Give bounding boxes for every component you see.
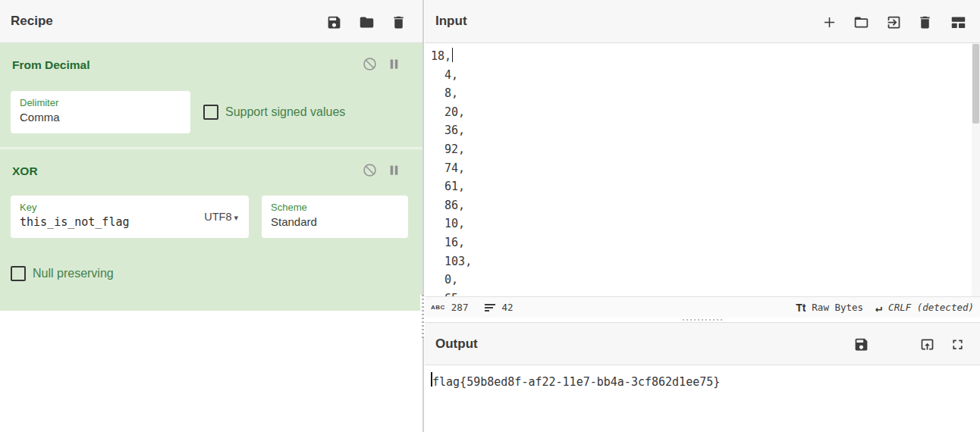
input-status-bar: ABC 287 42 Tt Raw Bytes ↵ CRLF (detected… bbox=[425, 296, 980, 318]
input-caret bbox=[452, 48, 454, 62]
xor-scheme-select[interactable]: Scheme Standard bbox=[262, 196, 408, 238]
replace-input-button[interactable] bbox=[912, 329, 942, 359]
open-input-button[interactable] bbox=[878, 7, 909, 37]
input-textarea[interactable]: 18, 4, 8, 20, 36, 92, 74, 61, 86, 10, 16… bbox=[425, 43, 972, 296]
pause-icon bbox=[386, 56, 402, 72]
input-scrollbar[interactable] bbox=[972, 43, 980, 296]
line-count-value: 42 bbox=[501, 302, 513, 313]
disable-operation-button[interactable] bbox=[360, 161, 378, 179]
checkbox-label: Support signed values bbox=[225, 105, 345, 119]
tab-layout-icon bbox=[950, 14, 966, 30]
delimiter-select[interactable]: Delimiter Comma bbox=[11, 91, 190, 133]
chevron-down-icon: ▾ bbox=[234, 213, 238, 222]
arg-value: Comma bbox=[20, 109, 181, 126]
load-recipe-button[interactable] bbox=[351, 7, 382, 37]
char-count-value: 287 bbox=[451, 302, 469, 313]
disable-icon bbox=[362, 162, 378, 178]
arg-label: Scheme bbox=[271, 202, 399, 214]
output-textarea: flag{59b8ed8f-af22-11e7-bb4a-3cf862d1ee7… bbox=[425, 365, 980, 432]
input-text[interactable]: 18, 4, 8, 20, 36, 92, 74, 61, 86, 10, 16… bbox=[425, 43, 972, 296]
line-count-icon bbox=[485, 304, 495, 311]
disable-operation-button[interactable] bbox=[360, 55, 378, 73]
save-recipe-button[interactable] bbox=[319, 7, 349, 37]
operation-title: From Decimal bbox=[12, 58, 90, 72]
open-input-icon bbox=[886, 14, 902, 30]
clear-input-button[interactable] bbox=[909, 7, 940, 37]
save-icon bbox=[853, 337, 869, 352]
checkbox-box[interactable] bbox=[11, 266, 26, 281]
open-folder-icon bbox=[853, 14, 869, 30]
operation-from-decimal[interactable]: From Decimal Delimiter Comma Support sig… bbox=[0, 43, 422, 147]
add-input-tab-button[interactable] bbox=[814, 7, 844, 37]
recipe-header: Recipe bbox=[0, 0, 422, 43]
input-title: Input bbox=[435, 14, 467, 29]
null-preserving-checkbox[interactable]: Null preserving bbox=[11, 266, 114, 281]
input-header: Input bbox=[425, 0, 980, 43]
replace-input-icon bbox=[919, 337, 935, 352]
open-file-folder-button[interactable] bbox=[846, 7, 876, 37]
encoding-value[interactable]: Raw Bytes bbox=[812, 302, 863, 313]
clear-recipe-button[interactable] bbox=[383, 7, 413, 37]
recipe-title: Recipe bbox=[11, 14, 53, 29]
input-tab-layout-button[interactable] bbox=[943, 7, 973, 37]
line-ending-value[interactable]: CRLF (detected) bbox=[888, 302, 974, 313]
breakpoint-pause-button[interactable] bbox=[385, 161, 403, 179]
maximise-output-button[interactable] bbox=[942, 329, 972, 359]
trash-icon bbox=[391, 14, 407, 30]
key-encoding-value: UTF8 bbox=[204, 211, 231, 223]
output-text: flag{59b8ed8f-af22-11e7-bb4a-3cf862d1ee7… bbox=[425, 365, 980, 392]
xor-key-input[interactable]: Key this_is_not_flag UTF8▾ bbox=[11, 196, 249, 238]
breakpoint-pause-button[interactable] bbox=[385, 55, 403, 73]
checkbox-box[interactable] bbox=[203, 105, 218, 120]
panel-divider[interactable] bbox=[422, 0, 424, 432]
key-encoding-dropdown[interactable]: UTF8▾ bbox=[204, 211, 238, 223]
cyberchef-app: Recipe From Decimal Delimiter Comma Supp… bbox=[0, 0, 980, 432]
operation-xor[interactable]: XOR Key this_is_not_flag UTF8▾ Scheme St… bbox=[0, 149, 422, 311]
io-resize-grip[interactable] bbox=[683, 318, 722, 321]
disable-icon bbox=[362, 56, 378, 72]
char-count-icon: ABC bbox=[431, 304, 445, 311]
line-ending-icon[interactable]: ↵ bbox=[875, 301, 882, 315]
io-panel: Input 18, 4, 8, 20, 36, 92, 74, 61, 86, … bbox=[425, 0, 980, 432]
operation-title: XOR bbox=[12, 164, 38, 178]
output-caret bbox=[431, 372, 432, 387]
maximise-icon bbox=[950, 337, 966, 352]
folder-icon bbox=[359, 14, 375, 30]
save-output-button[interactable] bbox=[846, 329, 876, 359]
trash-icon bbox=[917, 14, 933, 30]
output-title: Output bbox=[435, 337, 478, 352]
support-signed-values-checkbox[interactable]: Support signed values bbox=[203, 105, 345, 120]
output-header: Output bbox=[425, 322, 980, 365]
pause-icon bbox=[386, 162, 402, 178]
input-status-left: ABC 287 42 bbox=[431, 302, 513, 313]
text-encoding-icon[interactable]: Tt bbox=[796, 302, 806, 314]
arg-label: Delimiter bbox=[20, 97, 181, 109]
save-icon bbox=[326, 14, 342, 30]
arg-value: Standard bbox=[271, 214, 399, 230]
checkbox-label: Null preserving bbox=[33, 267, 114, 280]
add-tab-icon bbox=[821, 14, 837, 30]
input-scrollbar-thumb[interactable] bbox=[972, 44, 979, 124]
input-status-right: Tt Raw Bytes ↵ CRLF (detected) bbox=[796, 301, 974, 315]
